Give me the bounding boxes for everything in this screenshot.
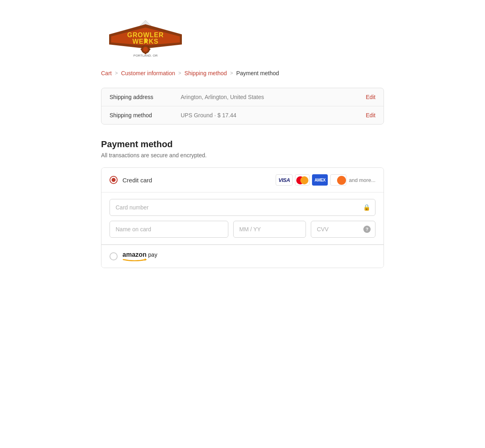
svg-rect-9 [141, 49, 143, 50]
credit-card-label: Credit card [122, 177, 152, 184]
brand-logo: GROWLER WERKS PORTLAND, OR [101, 16, 190, 57]
payment-title: Payment method [101, 139, 384, 150]
amazon-text: amazon [122, 251, 147, 258]
shipping-address-edit[interactable]: Edit [366, 94, 375, 100]
shipping-address-label: Shipping address [110, 94, 174, 100]
lock-icon: 🔒 [363, 204, 371, 211]
svg-point-6 [143, 47, 148, 52]
cvv-wrapper: ? [311, 221, 375, 238]
svg-text:PORTLAND, OR: PORTLAND, OR [133, 54, 158, 57]
amazon-pay-logo: amazon pay [122, 251, 157, 261]
radio-inner-selected [112, 178, 116, 182]
breadcrumb-sep-3: > [230, 70, 233, 76]
credit-card-radio[interactable] [110, 176, 118, 184]
breadcrumb-cart[interactable]: Cart [101, 70, 112, 76]
amex-logo: AMEX [312, 174, 328, 186]
svg-text:WERKS: WERKS [133, 38, 159, 45]
card-number-wrapper: 🔒 [110, 199, 375, 216]
breadcrumb-sep-1: > [115, 70, 118, 76]
payment-card: Credit card VISA AMEX and more... [101, 167, 384, 268]
and-more-text: and more... [349, 177, 375, 183]
shipping-method-label: Shipping method [110, 112, 174, 118]
breadcrumb-sep-2: > [178, 70, 181, 76]
svg-rect-7 [145, 44, 146, 46]
amazon-arrow-svg [122, 258, 147, 261]
svg-marker-12 [145, 258, 147, 261]
shipping-address-row: Shipping address Arington, Arlington, Un… [101, 88, 384, 106]
name-on-card-input[interactable] [110, 221, 228, 238]
mastercard-logo [295, 174, 310, 186]
discover-logo [330, 174, 346, 186]
visa-logo: VISA [276, 174, 293, 186]
amazon-pay-option[interactable]: amazon pay [101, 245, 384, 268]
mc-circle-right [300, 176, 308, 184]
logo-area: GROWLER WERKS PORTLAND, OR [101, 16, 384, 58]
pay-text: pay [148, 252, 158, 258]
breadcrumb: Cart > Customer information > Shipping m… [101, 70, 384, 76]
card-fields: 🔒 ? [101, 192, 384, 245]
discover-circle [337, 176, 346, 185]
cvv-help-icon[interactable]: ? [363, 226, 371, 233]
card-number-input[interactable] [110, 199, 375, 216]
shipping-method-edit[interactable]: Edit [366, 112, 375, 118]
credit-card-option[interactable]: Credit card VISA AMEX and more... [101, 168, 384, 192]
payment-subtitle: All transactions are secure and encrypte… [101, 152, 384, 158]
shipping-method-value: UPS Ground · $ 17.44 [181, 112, 359, 118]
shipping-method-row: Shipping method UPS Ground · $ 17.44 Edi… [101, 106, 384, 124]
card-logos: VISA AMEX and more... [276, 174, 375, 186]
expiry-input[interactable] [233, 221, 306, 238]
svg-rect-10 [148, 49, 150, 50]
card-bottom-row: ? [110, 221, 375, 238]
breadcrumb-customer-info[interactable]: Customer information [121, 70, 175, 76]
breadcrumb-shipping-method[interactable]: Shipping method [184, 70, 227, 76]
breadcrumb-current: Payment method [236, 70, 279, 76]
shipping-address-value: Arington, Arlington, United States [181, 94, 359, 100]
info-card: Shipping address Arington, Arlington, Un… [101, 88, 384, 125]
amazon-pay-radio[interactable] [110, 252, 118, 260]
page-wrapper: GROWLER WERKS PORTLAND, OR Cart > Custom… [85, 0, 400, 292]
